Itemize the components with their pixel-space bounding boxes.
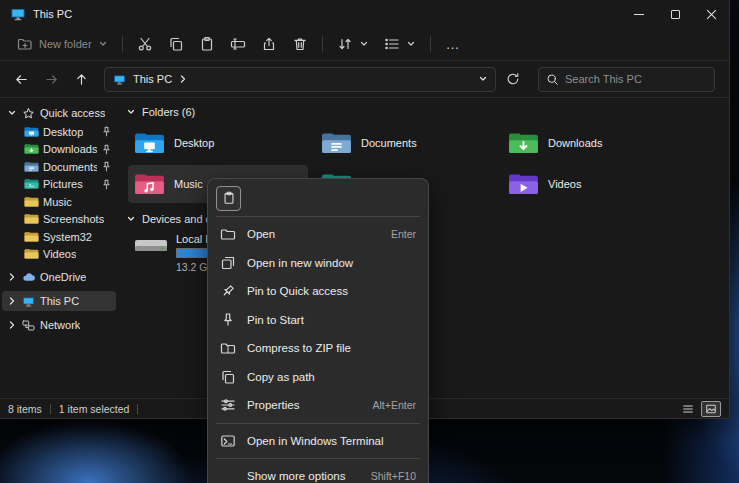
new-folder-label: New folder (39, 38, 92, 50)
address-bar[interactable]: This PC (104, 67, 496, 92)
refresh-icon (506, 72, 520, 86)
sidebar-item-label: This PC (40, 295, 79, 307)
sidebar-item-system32[interactable]: System32 (2, 228, 116, 246)
folder-tile-downloads[interactable]: Downloads (502, 124, 682, 162)
details-view-button[interactable] (678, 401, 698, 417)
sidebar-item-documents[interactable]: Documents (2, 158, 116, 176)
folder-tile-desktop[interactable]: Desktop (128, 124, 308, 162)
view-options-icon (384, 36, 400, 52)
menu-item-label: Pin to Start (247, 314, 304, 326)
sidebar-item-label: Videos (43, 248, 76, 260)
separator (50, 404, 51, 414)
cut-icon (137, 36, 153, 52)
minimize-icon (634, 14, 644, 15)
breadcrumb[interactable]: This PC (133, 73, 172, 85)
window-title: This PC (33, 8, 72, 20)
menu-item-open-new-window[interactable]: Open in new window (212, 249, 424, 278)
folder-icon (24, 196, 39, 208)
menu-shortcut: Shift+F10 (371, 470, 416, 482)
view-button[interactable] (377, 32, 423, 56)
chevron-down-icon (126, 214, 136, 224)
search-input[interactable] (565, 73, 707, 85)
menu-item-pin-quick-access[interactable]: Pin to Quick access (212, 277, 424, 306)
sidebar-item-downloads[interactable]: Downloads (2, 141, 116, 159)
address-dropdown-icon[interactable] (478, 74, 488, 84)
hard-drive-icon (134, 233, 168, 257)
pin-icon (101, 161, 112, 172)
context-menu-quick-actions (212, 183, 424, 213)
sidebar-item-this-pc[interactable]: This PC (2, 291, 116, 311)
menu-item-open[interactable]: Open Enter (212, 220, 424, 249)
new-folder-icon (17, 36, 33, 52)
menu-item-show-more-options[interactable]: Show more options Shift+F10 (212, 462, 424, 483)
menu-item-label: Pin to Quick access (247, 285, 348, 297)
cut-button[interactable] (130, 32, 160, 56)
sidebar-item-quick-access[interactable]: Quick access (2, 103, 116, 123)
new-folder-button[interactable]: New folder (10, 32, 115, 56)
folder-name: Videos (548, 178, 581, 190)
sidebar-item-label: Downloads (43, 143, 97, 155)
chevron-right-icon (178, 74, 188, 84)
back-arrow-icon (14, 72, 29, 87)
pin-icon (220, 312, 236, 328)
sidebar-item-label: OneDrive (40, 271, 86, 283)
more-options-button[interactable]: … (438, 36, 469, 52)
menu-item-label: Copy as path (247, 371, 315, 383)
sidebar-item-label: Desktop (43, 126, 83, 138)
pictures-folder-icon (24, 178, 39, 190)
properties-icon (220, 397, 236, 413)
close-button[interactable] (693, 0, 729, 28)
rename-button[interactable] (223, 32, 253, 56)
documents-folder-icon (321, 131, 352, 156)
sidebar-item-onedrive[interactable]: OneDrive (2, 267, 116, 287)
sidebar-item-label: Screenshots (43, 213, 104, 225)
minimize-button[interactable] (621, 0, 657, 28)
menu-item-pin-start[interactable]: Pin to Start (212, 306, 424, 335)
share-button[interactable] (254, 32, 284, 56)
folder-name: Documents (361, 137, 417, 149)
copy-button[interactable] (161, 32, 191, 56)
sidebar-item-music[interactable]: Music (2, 193, 116, 211)
sort-button[interactable] (330, 32, 376, 56)
maximize-button[interactable] (657, 0, 693, 28)
sidebar-item-screenshots[interactable]: Screenshots (2, 211, 116, 229)
chevron-down-icon (359, 39, 369, 49)
folder-name: Downloads (548, 137, 602, 149)
up-button[interactable] (68, 67, 94, 91)
rename-icon (230, 36, 246, 52)
refresh-button[interactable] (500, 67, 526, 91)
sidebar-item-network[interactable]: Network (2, 315, 116, 335)
context-menu: Open Enter Open in new window Pin to Qui… (207, 178, 429, 483)
paste-button[interactable] (192, 32, 222, 56)
chevron-down-icon (98, 39, 108, 49)
menu-item-label: Open in Windows Terminal (247, 435, 384, 447)
sidebar-item-desktop[interactable]: Desktop (2, 123, 116, 141)
menu-item-open-windows-terminal[interactable]: Open in Windows Terminal (212, 427, 424, 456)
back-button[interactable] (8, 67, 34, 91)
menu-item-label: Show more options (247, 470, 345, 482)
thumbnail-view-button[interactable] (701, 401, 721, 417)
folder-tile-documents[interactable]: Documents (315, 124, 495, 162)
onedrive-cloud-icon (21, 271, 36, 284)
sidebar-item-label: Pictures (43, 178, 83, 190)
folder-tile-videos[interactable]: Videos (502, 165, 682, 203)
search-box (538, 67, 715, 92)
separator (430, 36, 431, 52)
menu-icon-spacer (220, 468, 236, 483)
menu-item-copy-as-path[interactable]: Copy as path (212, 363, 424, 392)
quick-copy-button[interactable] (216, 186, 241, 211)
folders-header-label: Folders (6) (142, 106, 195, 118)
forward-button[interactable] (38, 67, 64, 91)
menu-item-properties[interactable]: Properties Alt+Enter (212, 391, 424, 420)
delete-button[interactable] (285, 32, 315, 56)
zip-folder-icon (220, 340, 236, 356)
up-arrow-icon (74, 72, 89, 87)
chevron-right-icon (7, 320, 17, 330)
menu-item-label: Open in new window (247, 257, 353, 269)
folders-section-header[interactable]: Folders (6) (126, 102, 729, 122)
sidebar-item-pictures[interactable]: Pictures (2, 176, 116, 194)
menu-item-compress-zip[interactable]: Compress to ZIP file (212, 334, 424, 363)
folder-icon (24, 248, 39, 260)
copy-icon (168, 36, 184, 52)
sidebar-item-videos[interactable]: Videos (2, 246, 116, 264)
